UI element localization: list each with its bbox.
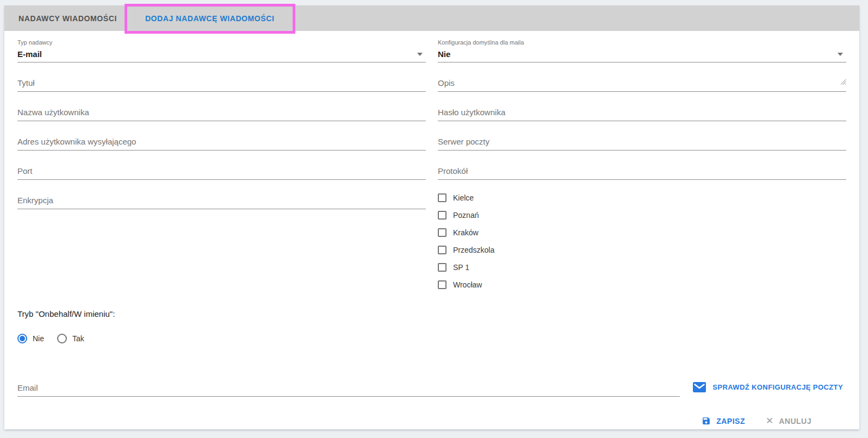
checkbox-label: Przedszkola bbox=[453, 246, 494, 254]
opis-textarea[interactable] bbox=[438, 78, 846, 87]
nazwa-uzytkownika-input[interactable] bbox=[17, 108, 426, 117]
cancel-label: ANULUJ bbox=[779, 417, 811, 426]
enkrypcja-field bbox=[17, 180, 426, 209]
checkbox-icon bbox=[438, 263, 447, 272]
radio-nie[interactable]: Nie bbox=[17, 334, 44, 343]
checkbox-icon bbox=[438, 193, 447, 202]
radio-tak[interactable]: Tak bbox=[57, 334, 84, 343]
tab-dodaj-nadawce-wiadomosci[interactable]: DODAJ NADAWCĘ WIADOMOŚCI bbox=[131, 5, 289, 31]
radio-selected-icon bbox=[17, 334, 27, 343]
typ-nadawcy-label: Typ nadawcy bbox=[17, 39, 426, 46]
checkbox-kielce[interactable]: Kielce bbox=[438, 193, 846, 202]
onbehalf-mode-label: Tryb "Onbehalf/W imieniu": bbox=[17, 309, 846, 318]
haslo-uzytkownika-field bbox=[438, 92, 846, 121]
konfiguracja-domyslna-value: Nie bbox=[438, 49, 846, 59]
units-checkbox-group: Kielce Poznań Kraków Przedszkola bbox=[438, 193, 846, 289]
checkbox-poznan[interactable]: Poznań bbox=[438, 210, 846, 220]
checkbox-icon bbox=[438, 228, 447, 237]
konfiguracja-domyslna-label: Konfiguracja domyślna dla maila bbox=[438, 39, 846, 46]
resize-handle-icon[interactable] bbox=[840, 77, 846, 87]
typ-nadawcy-value: E-mail bbox=[17, 49, 426, 59]
email-field bbox=[17, 375, 680, 397]
chevron-down-icon bbox=[417, 53, 423, 56]
nazwa-uzytkownika-field bbox=[17, 92, 426, 121]
checkbox-przedszkola[interactable]: Przedszkola bbox=[438, 245, 846, 254]
protokol-input[interactable] bbox=[438, 166, 846, 176]
save-icon bbox=[702, 416, 711, 426]
radio-label: Tak bbox=[72, 334, 84, 343]
checkbox-sp1[interactable]: SP 1 bbox=[438, 262, 846, 272]
serwer-poczty-input[interactable] bbox=[438, 137, 846, 146]
radio-label: Nie bbox=[33, 334, 44, 343]
tytul-field bbox=[17, 62, 426, 92]
form-left-column: Typ nadawcy E-mail bbox=[17, 33, 426, 297]
tab-label: DODAJ NADAWCĘ WIADOMOŚCI bbox=[145, 14, 275, 23]
serwer-poczty-field bbox=[438, 121, 846, 151]
konfiguracja-domyslna-select[interactable]: Konfiguracja domyślna dla maila Nie bbox=[438, 33, 846, 62]
protokol-field bbox=[438, 151, 846, 180]
radio-unselected-icon bbox=[57, 334, 67, 343]
close-icon: ✕ bbox=[766, 416, 773, 426]
port-input[interactable] bbox=[17, 166, 426, 176]
adres-wysylajacego-input[interactable] bbox=[17, 137, 426, 146]
checkbox-label: Kraków bbox=[453, 228, 479, 237]
email-row: SPRAWDŹ KONFIGURACJĘ POCZTY bbox=[17, 375, 846, 397]
envelope-icon bbox=[693, 382, 706, 392]
tytul-input[interactable] bbox=[17, 78, 426, 87]
check-mail-config-label: SPRAWDŹ KONFIGURACJĘ POCZTY bbox=[712, 383, 843, 391]
actions-row: ZAPISZ ✕ ANULUJ bbox=[17, 397, 846, 428]
email-input[interactable] bbox=[17, 383, 680, 392]
check-mail-config-button[interactable]: SPRAWDŹ KONFIGURACJĘ POCZTY bbox=[690, 381, 846, 393]
checkbox-label: Wrocław bbox=[453, 280, 482, 289]
content-card: NADAWCY WIADOMOŚCI DODAJ NADAWCĘ WIADOMO… bbox=[4, 5, 859, 429]
tab-bar: NADAWCY WIADOMOŚCI DODAJ NADAWCĘ WIADOMO… bbox=[4, 5, 859, 31]
tab-label: NADAWCY WIADOMOŚCI bbox=[18, 14, 117, 23]
haslo-uzytkownika-input[interactable] bbox=[438, 108, 846, 117]
save-label: ZAPISZ bbox=[716, 417, 745, 426]
checkbox-label: Poznań bbox=[453, 211, 479, 220]
checkbox-icon bbox=[438, 280, 447, 289]
form-area: Typ nadawcy E-mail bbox=[4, 31, 859, 429]
checkbox-icon bbox=[438, 246, 447, 254]
opis-field bbox=[438, 62, 846, 92]
save-button[interactable]: ZAPISZ bbox=[697, 414, 749, 428]
checkbox-wroclaw[interactable]: Wrocław bbox=[438, 280, 846, 289]
onbehalf-radio-group: Nie Tak bbox=[17, 334, 846, 343]
cancel-button[interactable]: ✕ ANULUJ bbox=[761, 414, 816, 428]
adres-wysylajacego-field bbox=[17, 121, 426, 151]
checkbox-icon bbox=[438, 211, 447, 220]
typ-nadawcy-select[interactable]: Typ nadawcy E-mail bbox=[17, 33, 426, 62]
tab-nadawcy-wiadomosci[interactable]: NADAWCY WIADOMOŚCI bbox=[4, 5, 131, 31]
checkbox-label: Kielce bbox=[453, 193, 474, 202]
port-field bbox=[17, 151, 426, 180]
checkbox-krakow[interactable]: Kraków bbox=[438, 228, 846, 237]
form-right-column: Konfiguracja domyślna dla maila Nie bbox=[438, 33, 846, 297]
checkbox-label: SP 1 bbox=[453, 263, 469, 272]
chevron-down-icon bbox=[838, 53, 843, 56]
enkrypcja-input[interactable] bbox=[17, 196, 426, 205]
